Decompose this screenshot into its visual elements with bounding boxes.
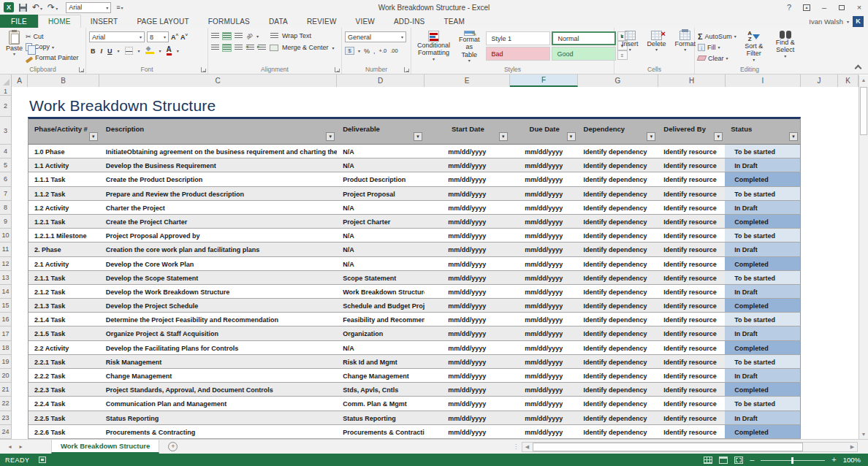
zoom-slider-thumb[interactable] xyxy=(791,457,793,464)
table-cell[interactable]: 1.0 Phase xyxy=(28,145,100,158)
filter-dropdown-icon[interactable]: ▼ xyxy=(326,132,335,141)
table-cell[interactable]: mm/dd/yyyy xyxy=(510,242,578,256)
table-cell[interactable]: 1.1 Activity xyxy=(28,158,100,172)
table-cell[interactable]: mm/dd/yyyy xyxy=(425,355,510,368)
row-header-7[interactable]: 7 xyxy=(0,187,11,201)
table-cell[interactable]: Identify resource xyxy=(658,215,725,228)
status-cell[interactable]: To be started xyxy=(725,355,800,368)
table-cell[interactable]: mm/dd/yyyy xyxy=(425,326,510,340)
table-cell[interactable]: Develop the Work Breakdown Structure xyxy=(100,285,337,298)
table-cell[interactable]: Identify resource xyxy=(658,341,725,354)
wrap-text-button[interactable]: Wrap Text xyxy=(282,32,311,39)
accounting-format-icon[interactable]: $ xyxy=(345,47,354,55)
table-cell[interactable]: mm/dd/yyyy xyxy=(425,257,510,270)
conditional-formatting-button[interactable]: Conditional Formatting▾ xyxy=(414,30,453,64)
minimize-button[interactable]: – xyxy=(815,1,833,14)
row-header-1[interactable]: 1 xyxy=(0,87,11,96)
status-cell[interactable]: In Draft xyxy=(725,326,800,340)
status-cell[interactable]: Completed xyxy=(725,425,800,438)
horizontal-scrollbar-thumb[interactable] xyxy=(533,443,803,451)
filter-dropdown-icon[interactable]: ▼ xyxy=(89,132,98,141)
status-cell[interactable]: In Draft xyxy=(725,242,800,256)
table-cell[interactable]: 2.1.3 Task xyxy=(28,299,100,312)
table-cell[interactable]: mm/dd/yyyy xyxy=(510,313,578,326)
save-icon[interactable] xyxy=(19,4,27,12)
row-header-19[interactable]: 19 xyxy=(0,355,11,369)
table-cell[interactable]: mm/dd/yyyy xyxy=(510,187,578,200)
table-cell[interactable]: 2. Phase xyxy=(28,242,100,256)
table-cell[interactable]: Communication Plan and Management xyxy=(100,397,337,410)
vertical-scrollbar-thumb[interactable] xyxy=(860,87,867,135)
style-swatch-bad[interactable]: Bad xyxy=(486,47,550,61)
qat-font-combobox[interactable]: Arial ▾ xyxy=(66,2,111,13)
row-header-23[interactable]: 23 xyxy=(0,411,11,425)
table-cell[interactable]: N/A xyxy=(337,158,425,172)
table-cell[interactable]: mm/dd/yyyy xyxy=(425,397,510,410)
excel-app-icon[interactable]: X xyxy=(4,2,14,12)
italic-button[interactable]: I xyxy=(101,47,103,55)
align-left-icon[interactable] xyxy=(211,45,219,51)
table-cell[interactable]: Feasibility and Recommendation xyxy=(337,313,425,326)
row-header-21[interactable]: 21 xyxy=(0,383,11,397)
table-cell[interactable]: mm/dd/yyyy xyxy=(425,299,510,312)
column-header-h[interactable]: H xyxy=(658,75,726,87)
number-dialog-launcher[interactable] xyxy=(404,67,409,72)
table-cell[interactable]: Project Proposal Approved by xyxy=(100,229,337,242)
table-cell[interactable]: Status Reporting xyxy=(337,411,425,424)
table-cell[interactable]: mm/dd/yyyy xyxy=(425,215,510,228)
table-cell[interactable]: Identify dependency xyxy=(578,172,658,186)
column-header-f[interactable]: F xyxy=(510,75,578,87)
table-cell[interactable]: Determine the Project Feasibility and Re… xyxy=(100,313,337,326)
font-family-combobox[interactable]: Arial▾ xyxy=(89,31,145,42)
table-cell[interactable]: Identify dependency xyxy=(578,326,658,340)
table-cell[interactable]: Status Reporting xyxy=(100,411,337,424)
table-cell[interactable]: mm/dd/yyyy xyxy=(510,397,578,410)
table-cell[interactable]: Identify dependency xyxy=(578,341,658,354)
table-cell[interactable]: mm/dd/yyyy xyxy=(510,285,578,298)
status-cell[interactable]: In Draft xyxy=(725,201,800,214)
status-cell[interactable]: In Draft xyxy=(725,369,800,382)
orientation-icon[interactable]: ab xyxy=(245,31,254,41)
filter-dropdown-icon[interactable]: ▼ xyxy=(714,132,723,141)
table-cell[interactable]: Identify resource xyxy=(658,285,725,298)
table-cell[interactable]: Identify resource xyxy=(658,271,725,284)
status-cell[interactable]: To be started xyxy=(725,271,800,284)
table-cell[interactable]: Risk Id and Mgmt xyxy=(337,355,425,368)
table-cell[interactable]: Identify resource xyxy=(658,313,725,326)
table-cell[interactable]: mm/dd/yyyy xyxy=(425,172,510,186)
ribbon-tab-team[interactable]: TEAM xyxy=(434,15,474,28)
ribbon-display-options-button[interactable]: ▴ xyxy=(798,1,815,14)
scroll-down-icon[interactable]: ▼ xyxy=(859,429,868,439)
new-sheet-button[interactable]: + xyxy=(168,442,178,451)
table-cell[interactable]: mm/dd/yyyy xyxy=(425,158,510,172)
table-cell[interactable]: mm/dd/yyyy xyxy=(510,271,578,284)
scrollbar-resize-handle[interactable]: ⋮ xyxy=(513,443,519,450)
row-header-15[interactable]: 15 xyxy=(0,299,11,313)
close-button[interactable]: × xyxy=(850,1,868,14)
table-cell[interactable]: mm/dd/yyyy xyxy=(510,425,578,438)
alignment-dialog-launcher[interactable] xyxy=(335,67,340,72)
row-header-13[interactable]: 13 xyxy=(0,271,11,285)
status-cell[interactable]: To be started xyxy=(725,229,800,242)
table-cell[interactable]: N/A xyxy=(337,145,425,158)
table-cell[interactable]: Scope Statement xyxy=(337,271,425,284)
table-cell[interactable]: Risk Management xyxy=(100,355,337,368)
table-cell[interactable]: mm/dd/yyyy xyxy=(510,257,578,270)
table-cell[interactable]: Develop the Facilitating Plans for Contr… xyxy=(100,341,337,354)
scroll-up-icon[interactable]: ▲ xyxy=(859,75,868,85)
zoom-slider[interactable] xyxy=(761,457,825,464)
ribbon-tab-view[interactable]: VIEW xyxy=(346,15,384,28)
ribbon-tab-home[interactable]: HOME xyxy=(38,15,81,28)
find-select-button[interactable]: Find & Select▾ xyxy=(772,30,799,64)
restore-button[interactable] xyxy=(833,1,850,14)
table-cell[interactable]: Identify resource xyxy=(658,145,725,158)
table-cell[interactable]: mm/dd/yyyy xyxy=(510,341,578,354)
scroll-left-icon[interactable]: ◀ xyxy=(522,443,532,451)
table-cell[interactable]: Develop the Core Work Plan xyxy=(100,257,337,270)
page-layout-view-icon[interactable] xyxy=(719,457,728,464)
row-header-18[interactable]: 18 xyxy=(0,341,11,355)
table-cell[interactable]: Create the Product Description xyxy=(100,172,337,186)
scroll-right-icon[interactable]: ▶ xyxy=(848,443,857,451)
table-cell[interactable]: Identify resource xyxy=(658,355,725,368)
clipboard-dialog-launcher[interactable] xyxy=(79,67,84,72)
